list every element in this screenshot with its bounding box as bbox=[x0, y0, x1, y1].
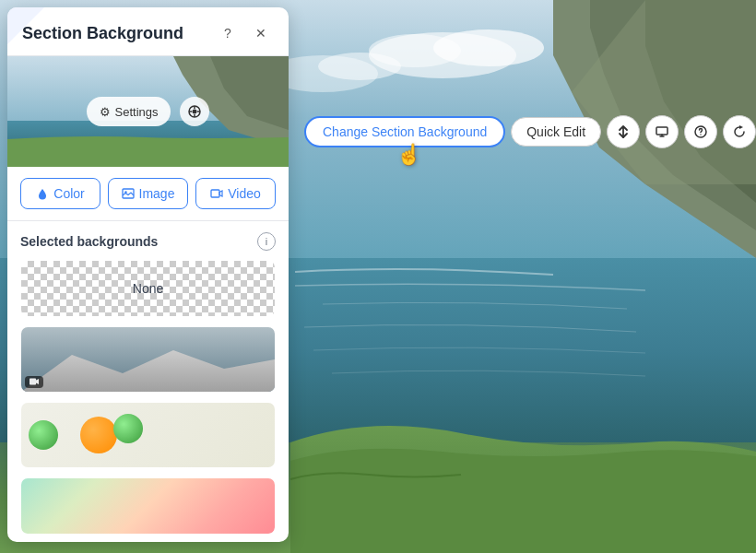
bg-item-gradient[interactable] bbox=[20, 477, 276, 535]
svg-rect-7 bbox=[656, 127, 667, 135]
refresh-icon-button[interactable] bbox=[723, 115, 756, 148]
video-icon bbox=[210, 187, 223, 200]
refresh-icon bbox=[732, 124, 747, 139]
bg-fruit-preview bbox=[21, 403, 275, 467]
panel-header: Section Background ? ✕ bbox=[7, 7, 289, 56]
image-icon bbox=[122, 187, 135, 200]
help-panel-button[interactable]: ? bbox=[215, 20, 241, 46]
panel-title: Section Background bbox=[22, 24, 183, 43]
tab-image[interactable]: Image bbox=[108, 178, 188, 209]
selected-backgrounds-section: Selected backgrounds i None bbox=[7, 221, 289, 542]
svg-point-9 bbox=[700, 134, 701, 135]
help-icon bbox=[693, 124, 708, 139]
close-panel-button[interactable]: ✕ bbox=[248, 20, 274, 46]
settings-button[interactable]: ⚙ Settings bbox=[87, 97, 171, 126]
video-small-icon bbox=[30, 378, 39, 385]
preview-area: ⚙ Settings bbox=[7, 56, 289, 167]
color-drop-icon bbox=[36, 187, 49, 200]
bg-item-mountain[interactable] bbox=[20, 326, 276, 393]
screen-icon-button[interactable] bbox=[645, 115, 679, 148]
svg-rect-21 bbox=[30, 379, 36, 385]
adjust-icon bbox=[187, 104, 202, 119]
bg-item-none[interactable]: None bbox=[20, 260, 276, 317]
tab-color[interactable]: Color bbox=[20, 178, 100, 209]
fruit-orange bbox=[80, 417, 117, 453]
bg-gradient-preview bbox=[21, 478, 275, 534]
bg-mountain-preview bbox=[21, 327, 275, 392]
svg-point-13 bbox=[193, 110, 197, 114]
adjust-button[interactable] bbox=[180, 97, 209, 126]
fruit-lime-1 bbox=[29, 420, 58, 450]
info-icon[interactable]: i bbox=[257, 232, 276, 251]
svg-point-6 bbox=[318, 53, 401, 80]
section-title: Selected backgrounds bbox=[20, 234, 158, 249]
screen-icon bbox=[655, 124, 669, 139]
type-tabs: Color Image Video bbox=[7, 167, 289, 221]
side-panel: Section Background ? ✕ bbox=[7, 7, 289, 542]
settings-gear-icon: ⚙ bbox=[100, 105, 111, 119]
tab-video[interactable]: Video bbox=[195, 178, 276, 209]
sort-icon bbox=[616, 124, 631, 139]
fruit-lime-2 bbox=[113, 414, 143, 443]
preview-settings-overlay: ⚙ Settings bbox=[87, 97, 210, 126]
bg-item-fruit[interactable] bbox=[20, 402, 276, 468]
svg-rect-20 bbox=[211, 190, 219, 197]
video-badge bbox=[25, 376, 43, 388]
help-icon-button[interactable] bbox=[684, 115, 717, 148]
bg-none-preview: None bbox=[21, 261, 275, 316]
sort-icon-button[interactable] bbox=[607, 115, 640, 148]
section-header: Selected backgrounds i bbox=[20, 232, 276, 251]
quick-edit-button[interactable]: Quick Edit bbox=[511, 117, 601, 147]
floating-toolbar: Change Section Background Quick Edit bbox=[304, 115, 756, 148]
change-section-background-button[interactable]: Change Section Background bbox=[304, 116, 505, 147]
header-icons: ? ✕ bbox=[215, 20, 274, 46]
